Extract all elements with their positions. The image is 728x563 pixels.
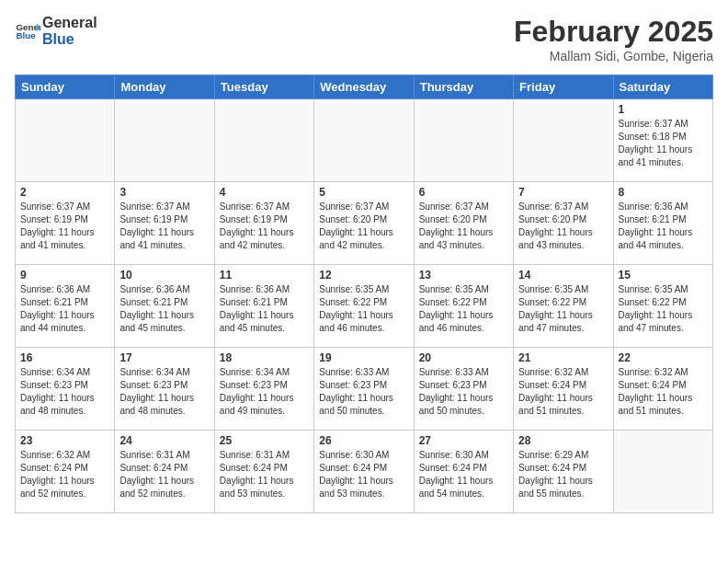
calendar-cell: 11Sunrise: 6:36 AM Sunset: 6:21 PM Dayli…: [214, 265, 313, 348]
day-info: Sunrise: 6:31 AM Sunset: 6:24 PM Dayligh…: [119, 449, 209, 500]
day-info: Sunrise: 6:35 AM Sunset: 6:22 PM Dayligh…: [518, 283, 608, 335]
day-info: Sunrise: 6:37 AM Sunset: 6:19 PM Dayligh…: [220, 201, 309, 252]
calendar-cell: 10Sunrise: 6:36 AM Sunset: 6:21 PM Dayli…: [115, 265, 214, 348]
day-number: 1: [619, 103, 708, 116]
calendar-cell: 27Sunrise: 6:30 AM Sunset: 6:24 PM Dayli…: [414, 431, 513, 513]
day-number: 25: [220, 434, 309, 447]
calendar-cell: 5Sunrise: 6:37 AM Sunset: 6:20 PM Daylig…: [314, 182, 414, 265]
day-info: Sunrise: 6:32 AM Sunset: 6:24 PM Dayligh…: [619, 366, 708, 418]
calendar-cell: 8Sunrise: 6:36 AM Sunset: 6:21 PM Daylig…: [613, 182, 712, 265]
weekday-header-wednesday: Wednesday: [314, 75, 414, 99]
logo: General Blue General Blue: [15, 15, 97, 49]
logo-icon: General Blue: [15, 18, 40, 44]
calendar-cell: 25Sunrise: 6:31 AM Sunset: 6:24 PM Dayli…: [214, 431, 313, 513]
page-header: General Blue General Blue February 2025 …: [15, 15, 713, 63]
day-number: 24: [119, 434, 209, 447]
calendar-cell: 3Sunrise: 6:37 AM Sunset: 6:19 PM Daylig…: [115, 182, 214, 265]
calendar-cell: 9Sunrise: 6:36 AM Sunset: 6:21 PM Daylig…: [16, 265, 115, 348]
calendar-cell: [414, 99, 513, 182]
day-number: 27: [419, 434, 508, 447]
day-info: Sunrise: 6:32 AM Sunset: 6:24 PM Dayligh…: [518, 366, 608, 418]
title-block: February 2025 Mallam Sidi, Gombe, Nigeri…: [514, 15, 713, 63]
weekday-header-monday: Monday: [115, 75, 214, 99]
calendar-cell: 16Sunrise: 6:34 AM Sunset: 6:23 PM Dayli…: [16, 348, 115, 431]
day-info: Sunrise: 6:36 AM Sunset: 6:21 PM Dayligh…: [220, 283, 309, 335]
day-number: 17: [119, 351, 209, 364]
calendar-cell: 4Sunrise: 6:37 AM Sunset: 6:19 PM Daylig…: [214, 182, 313, 265]
svg-text:Blue: Blue: [16, 31, 36, 41]
day-number: 14: [518, 269, 608, 282]
week-row-2: 2Sunrise: 6:37 AM Sunset: 6:19 PM Daylig…: [16, 182, 713, 265]
weekday-header-tuesday: Tuesday: [214, 75, 313, 99]
calendar-cell: [613, 431, 712, 513]
weekday-header-thursday: Thursday: [414, 75, 513, 99]
day-number: 5: [319, 186, 408, 199]
location: Mallam Sidi, Gombe, Nigeria: [514, 49, 713, 63]
calendar-cell: 22Sunrise: 6:32 AM Sunset: 6:24 PM Dayli…: [613, 348, 712, 431]
calendar-cell: 26Sunrise: 6:30 AM Sunset: 6:24 PM Dayli…: [314, 431, 414, 513]
day-info: Sunrise: 6:33 AM Sunset: 6:23 PM Dayligh…: [319, 366, 408, 418]
day-info: Sunrise: 6:35 AM Sunset: 6:22 PM Dayligh…: [419, 283, 508, 335]
day-info: Sunrise: 6:36 AM Sunset: 6:21 PM Dayligh…: [619, 201, 708, 252]
calendar-cell: 12Sunrise: 6:35 AM Sunset: 6:22 PM Dayli…: [314, 265, 414, 348]
calendar-cell: 6Sunrise: 6:37 AM Sunset: 6:20 PM Daylig…: [414, 182, 513, 265]
weekday-header-saturday: Saturday: [613, 75, 712, 99]
day-info: Sunrise: 6:34 AM Sunset: 6:23 PM Dayligh…: [220, 366, 309, 418]
calendar-cell: [115, 99, 214, 182]
day-info: Sunrise: 6:34 AM Sunset: 6:23 PM Dayligh…: [20, 366, 109, 418]
calendar-cell: 19Sunrise: 6:33 AM Sunset: 6:23 PM Dayli…: [314, 348, 414, 431]
day-info: Sunrise: 6:37 AM Sunset: 6:19 PM Dayligh…: [119, 201, 209, 252]
day-number: 6: [419, 186, 508, 199]
calendar-cell: [314, 99, 414, 182]
day-info: Sunrise: 6:37 AM Sunset: 6:18 PM Dayligh…: [619, 118, 708, 169]
calendar-cell: 1Sunrise: 6:37 AM Sunset: 6:18 PM Daylig…: [613, 99, 712, 182]
week-row-5: 23Sunrise: 6:32 AM Sunset: 6:24 PM Dayli…: [16, 431, 713, 513]
calendar-cell: 14Sunrise: 6:35 AM Sunset: 6:22 PM Dayli…: [514, 265, 613, 348]
week-row-4: 16Sunrise: 6:34 AM Sunset: 6:23 PM Dayli…: [16, 348, 713, 431]
day-number: 19: [319, 351, 408, 364]
week-row-3: 9Sunrise: 6:36 AM Sunset: 6:21 PM Daylig…: [16, 265, 713, 348]
day-number: 15: [619, 269, 708, 282]
day-number: 26: [319, 434, 408, 447]
day-info: Sunrise: 6:33 AM Sunset: 6:23 PM Dayligh…: [419, 366, 508, 418]
logo-blue: Blue: [42, 31, 97, 48]
day-number: 8: [619, 186, 708, 199]
calendar-cell: 7Sunrise: 6:37 AM Sunset: 6:20 PM Daylig…: [514, 182, 613, 265]
calendar-cell: 24Sunrise: 6:31 AM Sunset: 6:24 PM Dayli…: [115, 431, 214, 513]
day-number: 7: [518, 186, 608, 199]
day-number: 23: [20, 434, 109, 447]
day-info: Sunrise: 6:36 AM Sunset: 6:21 PM Dayligh…: [119, 283, 209, 335]
day-number: 12: [319, 269, 408, 282]
day-number: 21: [518, 351, 608, 364]
day-number: 9: [20, 269, 109, 282]
calendar-cell: 13Sunrise: 6:35 AM Sunset: 6:22 PM Dayli…: [414, 265, 513, 348]
calendar-cell: 23Sunrise: 6:32 AM Sunset: 6:24 PM Dayli…: [16, 431, 115, 513]
logo-general: General: [42, 15, 97, 31]
week-row-1: 1Sunrise: 6:37 AM Sunset: 6:18 PM Daylig…: [16, 99, 713, 182]
day-info: Sunrise: 6:35 AM Sunset: 6:22 PM Dayligh…: [319, 283, 408, 335]
calendar-cell: 18Sunrise: 6:34 AM Sunset: 6:23 PM Dayli…: [214, 348, 313, 431]
calendar-cell: [16, 99, 115, 182]
weekday-header-friday: Friday: [514, 75, 613, 99]
calendar-table: SundayMondayTuesdayWednesdayThursdayFrid…: [15, 75, 713, 513]
calendar-cell: 28Sunrise: 6:29 AM Sunset: 6:24 PM Dayli…: [514, 431, 613, 513]
day-info: Sunrise: 6:31 AM Sunset: 6:24 PM Dayligh…: [220, 449, 309, 500]
day-number: 3: [119, 186, 209, 199]
day-number: 2: [20, 186, 109, 199]
day-info: Sunrise: 6:30 AM Sunset: 6:24 PM Dayligh…: [419, 449, 508, 500]
day-info: Sunrise: 6:37 AM Sunset: 6:20 PM Dayligh…: [518, 201, 608, 252]
day-number: 10: [119, 269, 209, 282]
day-info: Sunrise: 6:30 AM Sunset: 6:24 PM Dayligh…: [319, 449, 408, 500]
day-number: 4: [220, 186, 309, 199]
day-number: 20: [419, 351, 508, 364]
day-number: 13: [419, 269, 508, 282]
month-title: February 2025: [514, 15, 713, 49]
weekday-header-sunday: Sunday: [16, 75, 115, 99]
day-number: 18: [220, 351, 309, 364]
day-info: Sunrise: 6:34 AM Sunset: 6:23 PM Dayligh…: [119, 366, 209, 418]
calendar-cell: 15Sunrise: 6:35 AM Sunset: 6:22 PM Dayli…: [613, 265, 712, 348]
calendar-cell: [214, 99, 313, 182]
day-info: Sunrise: 6:37 AM Sunset: 6:19 PM Dayligh…: [20, 201, 109, 252]
calendar-header-row: SundayMondayTuesdayWednesdayThursdayFrid…: [16, 75, 713, 99]
day-number: 16: [20, 351, 109, 364]
